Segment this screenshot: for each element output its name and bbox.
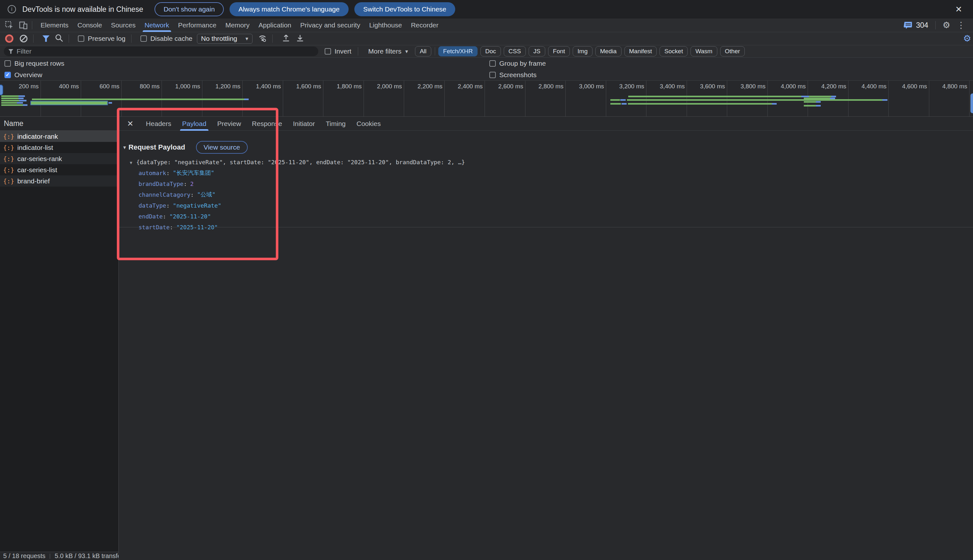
json-request-icon: {:} xyxy=(3,133,14,140)
export-har-icon[interactable] xyxy=(296,33,304,44)
close-detail-icon[interactable]: ✕ xyxy=(127,119,134,128)
infobar-close-icon[interactable]: ✕ xyxy=(955,5,962,14)
request-type-chip[interactable]: Img xyxy=(573,46,592,57)
throttling-select[interactable]: No throttling ▾ xyxy=(197,34,252,44)
network-conditions-icon[interactable] xyxy=(257,33,267,44)
invert-checkbox[interactable]: Invert xyxy=(324,48,351,55)
filter-input[interactable] xyxy=(17,48,314,55)
checkbox-unchecked[interactable] xyxy=(489,60,496,67)
waterfall-bar xyxy=(804,105,816,107)
divider xyxy=(272,35,273,43)
request-row[interactable]: {:} car-series-list xyxy=(0,164,119,175)
request-type-chip[interactable]: JS xyxy=(528,46,545,57)
section-expand-icon[interactable]: ▾ xyxy=(123,144,126,151)
clear-icon[interactable] xyxy=(20,35,27,42)
payload-entry[interactable]: endDate "2025-11-20" xyxy=(139,211,973,222)
request-type-chip[interactable]: Font xyxy=(548,46,570,57)
payload-entry[interactable]: dataType "negativeRate" xyxy=(139,200,973,211)
kebab-menu-icon[interactable]: ⋮ xyxy=(957,21,965,30)
group-by-frame-checkbox[interactable]: Group by frame xyxy=(489,60,546,67)
waterfall-bar xyxy=(1,102,17,103)
waterfall-bar xyxy=(622,103,627,105)
request-type-chip[interactable]: Doc xyxy=(480,46,501,57)
waterfall-bar xyxy=(627,99,882,101)
screenshots-checkbox[interactable]: Screenshots xyxy=(489,71,537,79)
detail-tab[interactable]: Response xyxy=(246,117,288,131)
issues-icon[interactable] xyxy=(904,20,913,30)
record-icon[interactable] xyxy=(5,35,13,43)
object-expand-icon[interactable]: ▼ xyxy=(129,160,133,165)
waterfall-bar xyxy=(816,101,821,103)
payload-entry[interactable]: channelCatagory "公域" xyxy=(139,189,973,200)
request-row[interactable]: {:} car-series-rank xyxy=(0,153,119,164)
request-type-chip[interactable]: Wasm xyxy=(690,46,717,57)
waterfall-bar xyxy=(610,103,621,105)
request-type-chip[interactable]: CSS xyxy=(504,46,526,57)
checkbox-unchecked[interactable] xyxy=(78,35,84,42)
view-source-button[interactable]: View source xyxy=(196,141,248,154)
payload-entry[interactable]: automark "长安汽车集团" xyxy=(139,167,973,178)
checkbox-unchecked[interactable] xyxy=(5,60,11,67)
search-icon[interactable] xyxy=(55,33,64,44)
detail-tab[interactable]: Payload xyxy=(177,117,212,131)
checkbox-unchecked[interactable] xyxy=(140,35,147,42)
switch-to-chinese-button[interactable]: Switch DevTools to Chinese xyxy=(354,2,455,16)
payload-preview-line[interactable]: ▼ {dataType: "negativeRate", startDate: … xyxy=(129,159,973,165)
detail-tab[interactable]: Cookies xyxy=(351,117,386,131)
detail-tab[interactable]: Timing xyxy=(321,117,351,131)
match-language-button[interactable]: Always match Chrome's language xyxy=(229,2,349,16)
devtools-tab[interactable]: Lighthouse xyxy=(364,18,406,32)
devtools-tab[interactable]: Recorder xyxy=(406,18,443,32)
dont-show-again-button[interactable]: Don't show again xyxy=(154,2,224,16)
issues-count[interactable]: 304 xyxy=(916,21,928,30)
settings-gear-icon[interactable]: ⚙ xyxy=(943,21,950,30)
devtools-tab[interactable]: Elements xyxy=(36,18,73,32)
device-toolbar-icon[interactable] xyxy=(18,20,28,30)
request-row[interactable]: {:} brand-brief xyxy=(0,175,119,187)
request-type-chip[interactable]: Manifest xyxy=(624,46,657,57)
inspect-element-icon[interactable] xyxy=(5,20,14,30)
overview-right-handle[interactable] xyxy=(970,93,973,113)
checkbox-unchecked[interactable] xyxy=(489,72,496,78)
request-type-chip[interactable]: Media xyxy=(595,46,622,57)
request-row[interactable]: {:} indicator-list xyxy=(0,142,119,153)
preserve-log-checkbox[interactable]: Preserve log xyxy=(78,35,125,42)
devtools-tab[interactable]: Privacy and security xyxy=(296,18,364,32)
detail-tab[interactable]: Initiator xyxy=(288,117,321,131)
checkbox-unchecked[interactable] xyxy=(324,48,331,55)
filter-field[interactable] xyxy=(4,47,318,56)
devtools-tab[interactable]: Application xyxy=(254,18,296,32)
payload-entry[interactable]: brandDataType 2 xyxy=(139,178,973,189)
detail-tab[interactable]: Preview xyxy=(212,117,246,131)
overview-checkbox[interactable]: ✓ Overview xyxy=(5,71,42,79)
request-type-chip[interactable]: Socket xyxy=(660,46,688,57)
network-toolbar: Preserve log Disable cache No throttling… xyxy=(0,32,973,45)
request-name: car-series-rank xyxy=(17,155,62,163)
request-type-chip[interactable]: Other xyxy=(720,46,745,57)
disable-cache-checkbox[interactable]: Disable cache xyxy=(140,35,192,42)
more-filters-button[interactable]: More filters ▾ xyxy=(368,48,408,55)
devtools-tab[interactable]: Memory xyxy=(221,18,254,32)
request-row[interactable]: {:} indicator-rank xyxy=(0,131,119,142)
devtools-tab[interactable]: Network xyxy=(140,18,174,32)
network-overview-timeline[interactable]: 200 ms 400 ms 600 ms 800 ms 1,000 ms 1,2… xyxy=(0,81,973,117)
devtools-tab[interactable]: Performance xyxy=(174,18,221,32)
name-column-header[interactable]: Name xyxy=(0,117,119,131)
request-rows: {:} indicator-rank {:} indicator-list {:… xyxy=(0,131,119,187)
chip-all[interactable]: All xyxy=(415,46,431,57)
overview-left-handle[interactable] xyxy=(0,85,3,95)
big-request-rows-checkbox[interactable]: Big request rows xyxy=(5,60,64,67)
devtools-tab[interactable]: Sources xyxy=(107,18,140,32)
detail-tab[interactable]: Headers xyxy=(140,117,177,131)
checkbox-checked[interactable]: ✓ xyxy=(5,72,11,78)
request-type-chip[interactable]: Fetch/XHR xyxy=(438,46,478,57)
filter-bar: Invert More filters ▾ All Fetch/XHRDocCS… xyxy=(0,45,973,58)
info-icon: i xyxy=(8,5,16,13)
network-settings-gear-icon[interactable]: ⚙ xyxy=(963,34,971,43)
filter-funnel-icon[interactable] xyxy=(42,35,50,42)
import-har-icon[interactable] xyxy=(282,33,291,44)
json-request-icon: {:} xyxy=(3,167,14,173)
waterfall-bar xyxy=(18,98,23,99)
devtools-tab[interactable]: Console xyxy=(73,18,107,32)
waterfall-bar xyxy=(19,100,27,102)
